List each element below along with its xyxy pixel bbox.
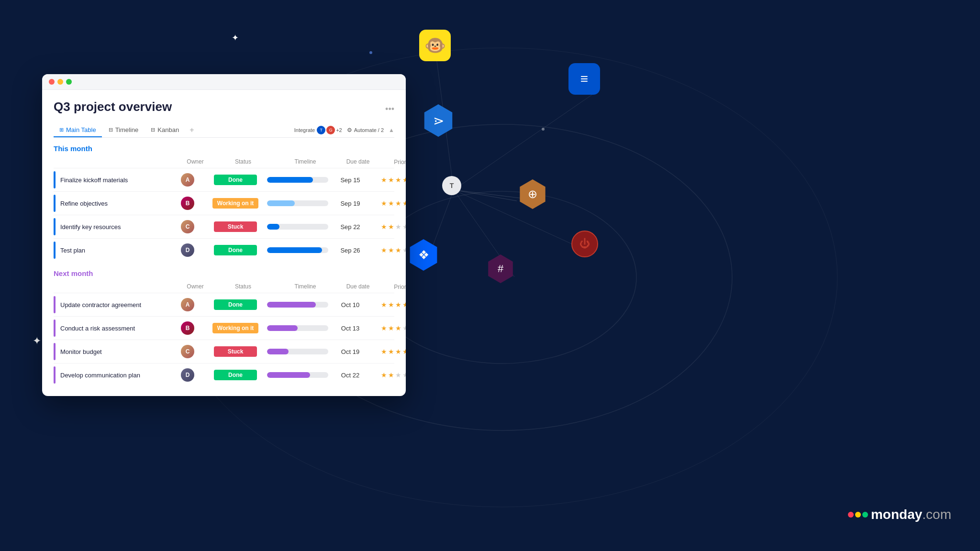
row-timeline: [264, 372, 331, 378]
row-bar: [54, 343, 56, 360]
row-timeline: [264, 325, 331, 331]
window-titlebar: [42, 74, 406, 90]
star-2: ★: [388, 324, 394, 332]
row-stars: ★ ★ ★ ★ ★: [369, 301, 406, 309]
section-this-month: This month Owner Status Timeline Due dat…: [54, 144, 394, 262]
avatar: A: [181, 173, 194, 187]
status-badge: Done: [214, 370, 257, 380]
star-2: ★: [388, 348, 394, 355]
avatar: B: [181, 321, 194, 335]
row-owner: B: [168, 321, 207, 335]
row-due-date: Sep 26: [331, 247, 369, 254]
row-status: Done: [207, 175, 264, 185]
monday-logo-dots: [848, 512, 868, 518]
star-3: ★: [395, 324, 401, 332]
row-stars: ★ ★ ★ ★ ★: [369, 371, 406, 379]
table-row: Finalize kickoff materials A Done Sep 15…: [54, 168, 394, 191]
svg-point-11: [542, 128, 545, 131]
integrate-more: +2: [336, 127, 342, 133]
star-4: ★: [402, 246, 406, 254]
col-header-status-2: Status: [214, 283, 272, 291]
status-badge: Done: [214, 299, 257, 310]
task-name: Update contractor agreement: [60, 301, 141, 309]
dropbox-icon: ❖: [408, 239, 439, 271]
tab-main-table[interactable]: ⊞ Main Table: [54, 123, 102, 137]
timeline-icon: ⊟: [109, 127, 113, 133]
col-header-timeline-1: Timeline: [272, 158, 339, 166]
tab-timeline-label: Timeline: [115, 126, 139, 133]
power-icon: ⏻: [571, 231, 598, 257]
task-name: Refine objectives: [60, 200, 108, 207]
task-name: Finalize kickoff materials: [60, 176, 128, 184]
table-row: Monitor budget C Stuck Oct 19 ★ ★ ★ ★ ★: [54, 340, 394, 363]
star-2: ★: [388, 371, 394, 379]
row-due-date: Sep 15: [331, 176, 369, 184]
star-decoration-1: ✦: [232, 33, 239, 43]
col-header-name-2: [61, 283, 176, 291]
table-row: Test plan D Done Sep 26 ★ ★ ★ ★ ★: [54, 238, 394, 262]
star-3: ★: [395, 246, 401, 254]
row-bar: [54, 320, 56, 337]
monday-logo: monday.com: [848, 507, 951, 522]
col-header-name-1: [61, 158, 176, 166]
t-node: T: [442, 176, 461, 195]
star-4: ★: [402, 176, 406, 184]
row-status: Done: [207, 299, 264, 310]
col-header-duedate-1: Due date: [339, 158, 377, 166]
star-4: ★: [402, 199, 406, 207]
row-bar: [54, 366, 56, 384]
row-timeline: [264, 247, 331, 253]
row-due-date: Oct 10: [331, 301, 369, 309]
row-due-date: Oct 19: [331, 348, 369, 355]
automate-button[interactable]: ⚙ Automate / 2: [347, 127, 384, 133]
task-name: Test plan: [60, 247, 85, 254]
star-1: ★: [381, 176, 387, 184]
row-stars: ★ ★ ★ ★ ★: [369, 348, 406, 355]
integrate-button[interactable]: Integrate T G +2: [294, 126, 342, 134]
star-2: ★: [388, 223, 394, 231]
row-stars: ★ ★ ★ ★ ★: [369, 199, 406, 207]
row-owner: C: [168, 345, 207, 358]
section-this-month-label: This month: [54, 144, 394, 153]
star-3: ★: [395, 301, 401, 309]
integrate-trello-avatar: T: [317, 126, 325, 134]
row-stars: ★ ★ ★ ★ ★: [369, 176, 406, 184]
task-name: Develop communication plan: [60, 372, 140, 379]
svg-line-6: [454, 93, 595, 190]
col-header-priority-1: Priority +: [377, 158, 406, 166]
table-row: Conduct a risk assessment B Working on i…: [54, 316, 394, 340]
table-row: Develop communication plan D Done Oct 22…: [54, 363, 394, 386]
logo-dot-yellow: [855, 512, 861, 518]
window-dot-maximize[interactable]: [66, 79, 72, 85]
tab-add-button[interactable]: +: [186, 123, 198, 137]
row-stars: ★ ★ ★ ★ ★: [369, 324, 406, 332]
row-timeline: [264, 349, 331, 354]
tab-timeline[interactable]: ⊟ Timeline: [103, 123, 145, 137]
integrate-google-avatar: G: [326, 126, 335, 134]
menu-dots[interactable]: •••: [385, 104, 394, 114]
col-header-owner-1: Owner: [176, 158, 214, 166]
star-1: ★: [381, 348, 387, 355]
status-badge: Working on it: [212, 198, 258, 209]
row-owner: C: [168, 220, 207, 233]
row-status: Working on it: [207, 198, 264, 209]
task-name: Identify key resources: [60, 223, 121, 231]
col-header-owner-2: Owner: [176, 283, 214, 291]
window-dot-close[interactable]: [49, 79, 55, 85]
status-badge: Done: [214, 175, 257, 185]
row-name-cell: Identify key resources: [54, 218, 168, 235]
row-name-cell: Update contractor agreement: [54, 296, 168, 313]
row-timeline: [264, 302, 331, 308]
table-row: Identify key resources C Stuck Sep 22 ★ …: [54, 215, 394, 238]
star-1: ★: [381, 324, 387, 332]
app-window: Q3 project overview ••• ⊞ Main Table ⊟ T…: [42, 74, 406, 396]
tab-kanban[interactable]: ⊟ Kanban: [145, 123, 185, 137]
avatar: D: [181, 368, 194, 382]
row-stars: ★ ★ ★ ★ ★: [369, 246, 406, 254]
row-status: Working on it: [207, 323, 264, 333]
automate-label: Automate / 2: [354, 127, 384, 133]
window-dot-minimize[interactable]: [57, 79, 63, 85]
row-status: Stuck: [207, 346, 264, 357]
toolbar-collapse[interactable]: ▲: [389, 127, 394, 133]
star-2: ★: [388, 199, 394, 207]
